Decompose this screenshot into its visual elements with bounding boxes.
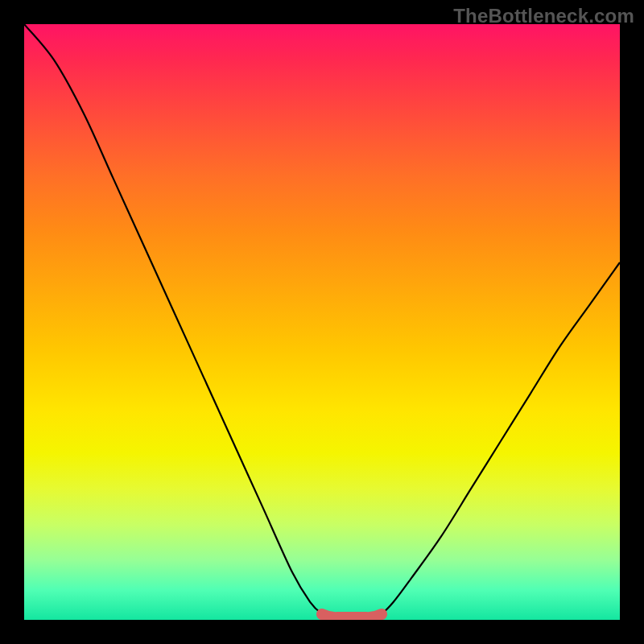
chart-frame: TheBottleneck.com	[0, 0, 644, 644]
bottleneck-curve	[24, 24, 620, 620]
watermark-text: TheBottleneck.com	[453, 5, 634, 27]
highlight-flat	[322, 614, 382, 617]
curve-svg	[24, 24, 620, 620]
plot-area	[24, 24, 620, 620]
